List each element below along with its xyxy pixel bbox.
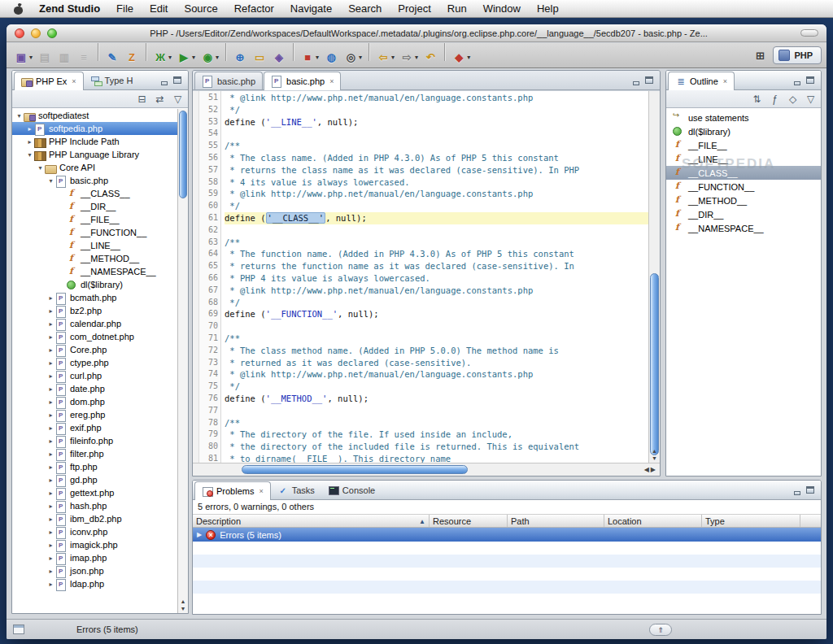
tree-item-json-php[interactable]: ▸json.php (12, 564, 177, 577)
problems-group-row[interactable]: ▶ Errors (5 items) (193, 528, 821, 542)
tree-item-bcmath-php[interactable]: ▸bcmath.php (12, 291, 177, 304)
outline-item-dir[interactable]: __DIR__ (666, 207, 821, 221)
scrollbar-thumb[interactable] (242, 465, 468, 474)
tree-item-hash-php[interactable]: ▸hash.php (12, 499, 177, 512)
outline-item-namespace[interactable]: __NAMESPACE__ (666, 221, 821, 235)
dropdown-arrow-icon[interactable]: ▾ (359, 54, 362, 61)
hide-fields-button[interactable]: ƒ (769, 94, 781, 105)
tree-item-dom-php[interactable]: ▸dom.php (12, 395, 177, 408)
minimize-view-icon[interactable] (159, 76, 170, 85)
disclosure-triangle-icon[interactable]: ▶ (197, 531, 202, 538)
tab-php-explorer[interactable]: PHP Ex × (14, 72, 84, 90)
save-button[interactable]: ▤ (36, 48, 54, 67)
tree-item-curl-php[interactable]: ▸curl.php (12, 369, 177, 382)
code-line-62[interactable] (225, 224, 648, 237)
outline-item-method[interactable]: __METHOD__ (666, 194, 821, 207)
column-header-location[interactable]: Location (604, 515, 702, 527)
tree-collapsed-arrow-icon[interactable]: ▸ (46, 346, 55, 354)
sash-editor-problems[interactable] (192, 476, 822, 480)
tree-collapsed-arrow-icon[interactable]: ▸ (46, 503, 55, 510)
tree-collapsed-arrow-icon[interactable]: ▸ (46, 490, 55, 497)
explorer-scrollbar[interactable]: ▲▼ (177, 109, 188, 613)
new-wizard-button[interactable]: ▣▾ (12, 48, 34, 67)
tree-collapsed-arrow-icon[interactable]: ▸ (46, 320, 55, 328)
column-header-resource[interactable]: Resource (430, 515, 508, 527)
minimize-button[interactable] (31, 28, 41, 38)
code-line-73[interactable]: * returned as it was declared (case-sens… (225, 357, 648, 369)
menu-run[interactable]: Run (439, 0, 475, 18)
tree-collapsed-arrow-icon[interactable]: ▸ (46, 424, 55, 432)
new-php-project-button[interactable]: Z (123, 48, 141, 67)
code-line-80[interactable]: * the directory of the included file is … (225, 441, 648, 453)
collapse-all-button[interactable]: ⊟ (136, 94, 148, 105)
code-line-72[interactable]: * The class method name. (Added in PHP 5… (225, 345, 648, 357)
tree-collapsed-arrow-icon[interactable]: ▸ (46, 411, 55, 419)
editor-horizontal-scrollbar[interactable]: ◀▶ (193, 463, 660, 476)
minimize-view-icon[interactable] (631, 76, 642, 85)
tab-close-icon[interactable]: × (72, 77, 76, 85)
tree-expanded-arrow-icon[interactable]: ▾ (36, 164, 45, 172)
tree-item-filter-php[interactable]: ▸filter.php (12, 447, 177, 460)
editor-tab-basic-php-2[interactable]: basic.php× (264, 72, 341, 90)
menu-navigate[interactable]: Navigate (282, 0, 340, 18)
code-line-54[interactable] (225, 128, 648, 140)
scrollbar-thumb[interactable] (650, 273, 659, 455)
tree-item-line[interactable]: __LINE__ (12, 239, 177, 252)
tree-item-basic-php[interactable]: ▾basic.php (12, 174, 177, 187)
php-perspective-button[interactable]: PHP (773, 46, 822, 64)
code-line-56[interactable]: * The class name. (Added in PHP 4.3.0) A… (225, 152, 648, 164)
menu-help[interactable]: Help (529, 0, 567, 18)
progress-toggle-button[interactable]: ⇑ (649, 624, 672, 636)
code-line-68[interactable]: */ (225, 297, 648, 309)
apple-menu[interactable] (3, 0, 31, 18)
tree-collapsed-arrow-icon[interactable]: ▸ (46, 450, 55, 458)
view-menu-button[interactable]: ▽ (172, 94, 184, 105)
close-button[interactable] (15, 28, 24, 38)
menu-source[interactable]: Source (176, 0, 225, 18)
tree-item-ldap-php[interactable]: ▸ldap.php (12, 577, 177, 590)
maximize-view-icon[interactable] (172, 76, 183, 85)
column-header-description[interactable]: Description▲ (193, 515, 430, 527)
dropdown-arrow-icon[interactable]: ▾ (192, 54, 195, 61)
tree-item-com-dotnet-php[interactable]: ▸com_dotnet.php (12, 330, 177, 343)
sash-explorer-editor[interactable] (189, 70, 192, 614)
tree-collapsed-arrow-icon[interactable]: ▸ (46, 398, 55, 406)
menu-search[interactable]: Search (340, 0, 390, 18)
tree-collapsed-arrow-icon[interactable]: ▸ (46, 529, 55, 536)
tree-item-dir[interactable]: __DIR__ (12, 200, 177, 213)
maximize-view-icon[interactable] (644, 76, 655, 85)
code-line-70[interactable] (225, 320, 648, 333)
minimize-view-icon[interactable] (792, 485, 803, 495)
tree-item-php-include-path[interactable]: ▸PHP Include Path (12, 135, 177, 148)
profile-button[interactable]: ◉▾ (198, 48, 220, 67)
new-php-file-button[interactable]: ✎ (103, 48, 121, 67)
zoom-button[interactable] (47, 28, 57, 38)
code-line-58[interactable]: * 4 its value is always lowercased. (225, 176, 648, 189)
tab-close-icon[interactable]: × (723, 77, 727, 85)
dropdown-arrow-icon[interactable]: ▾ (415, 54, 418, 61)
tab-close-icon[interactable]: × (329, 77, 334, 85)
tab-outline[interactable]: Outline × (668, 72, 735, 90)
scrollbar-arrows[interactable]: ▲▼ (649, 447, 660, 462)
code-line-57[interactable]: * returns the class name as it was decla… (225, 164, 648, 176)
menu-refactor[interactable]: Refactor (226, 0, 282, 18)
tree-collapsed-arrow-icon[interactable]: ▸ (25, 138, 34, 146)
open-file-button[interactable]: ▭ (251, 48, 268, 67)
code-line-66[interactable]: * PHP 4 its value is always lowercased. (225, 272, 648, 285)
tree-collapsed-arrow-icon[interactable]: ▸ (46, 516, 55, 523)
tree-item-file[interactable]: __FILE__ (12, 213, 177, 226)
tree-item-imagick-php[interactable]: ▸imagick.php (12, 538, 177, 551)
tree-collapsed-arrow-icon[interactable]: ▸ (46, 437, 55, 445)
tree-item-class[interactable]: __CLASS__ (12, 187, 177, 200)
tree-item-dl-library[interactable]: dl($library) (12, 278, 177, 291)
save-all-button[interactable]: ▥ (55, 48, 73, 67)
tree-collapsed-arrow-icon[interactable]: ▸ (46, 307, 55, 315)
toolbar-toggle-button[interactable] (800, 29, 818, 37)
tree-expanded-arrow-icon[interactable]: ▾ (25, 151, 34, 159)
tab-console[interactable]: Console (321, 481, 382, 499)
tree-item-ereg-php[interactable]: ▸ereg.php (12, 408, 177, 421)
code-line-77[interactable] (225, 405, 648, 417)
fast-view-icon[interactable] (13, 624, 24, 634)
code-line-60[interactable]: */ (225, 200, 648, 212)
view-menu-button[interactable]: ▽ (805, 94, 817, 105)
